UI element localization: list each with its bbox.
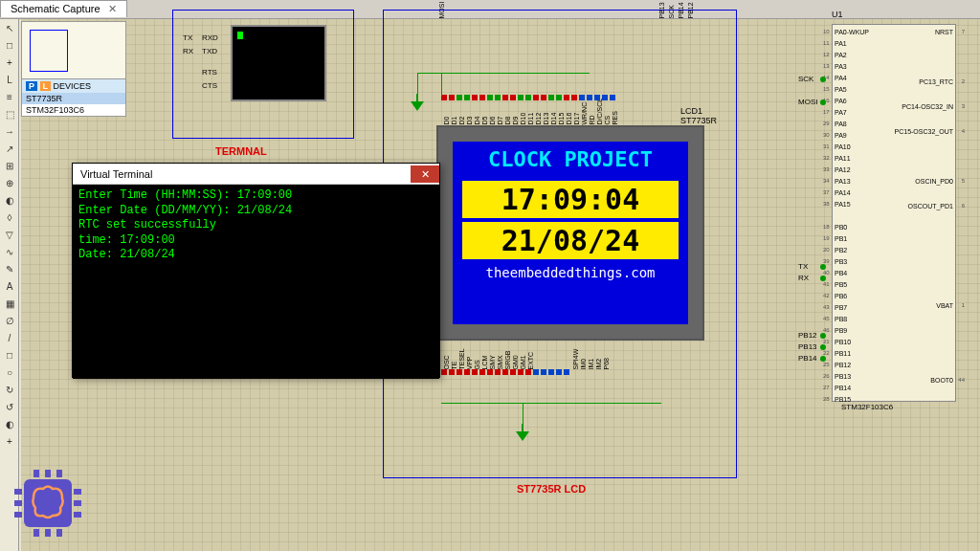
pin-label: LCM: [481, 356, 488, 370]
vt-body[interactable]: Enter Time (HH:MM:SS): 17:09:00 Enter Da…: [73, 185, 439, 379]
pin-label: TXD: [202, 47, 217, 55]
svg-rect-5: [74, 500, 81, 506]
ext-label: PB14: [678, 2, 684, 18]
mcu-pin: BOOT0: [930, 377, 953, 384]
pin-label: IM0: [580, 359, 587, 370]
devices-label: DEVICES: [54, 81, 92, 91]
pin-label: CTS: [202, 81, 217, 90]
mcu-pin: PA7: [835, 109, 847, 116]
tool-icon[interactable]: +: [2, 434, 17, 450]
svg-rect-9: [56, 470, 62, 477]
ext-pin: PB12: [798, 331, 817, 340]
mcu-ref: U1: [832, 10, 843, 19]
svg-rect-4: [74, 489, 81, 495]
lcd-date: 21/08/24: [462, 222, 679, 259]
tool-icon[interactable]: ↻: [2, 383, 17, 398]
mcu-block[interactable]: U1 PA0-WKUP10PA111PA212PA313PA414PA515PA…: [803, 10, 970, 421]
tool-icon[interactable]: ↺: [2, 400, 17, 415]
mcu-pin: PC15-OSC32_OUT: [895, 128, 953, 135]
tool-icon[interactable]: ◐: [2, 417, 17, 432]
virtual-terminal-window[interactable]: Virtual Terminal ✕ Enter Time (HH:MM:SS)…: [72, 163, 440, 378]
tool-icon[interactable]: ⊕: [2, 176, 17, 191]
pin-label: GM0: [512, 355, 519, 369]
tool-icon[interactable]: ▽: [2, 228, 17, 243]
tool-icon[interactable]: +: [2, 55, 17, 71]
pin-label: RTS: [202, 68, 217, 77]
mcu-pin: PB7: [835, 304, 847, 311]
svg-rect-8: [45, 470, 51, 477]
svg-rect-1: [14, 489, 22, 495]
tool-icon[interactable]: ◊: [2, 210, 17, 226]
pin-label: D13: [543, 113, 549, 125]
terminal-block[interactable]: TX RX RXD TXD RTS CTS: [172, 10, 354, 139]
device-item[interactable]: STM32F103C6: [22, 104, 125, 116]
tool-icon[interactable]: ○: [2, 365, 17, 381]
tool-icon[interactable]: □: [2, 348, 17, 364]
svg-rect-12: [56, 529, 62, 537]
pin-label: GM1: [520, 355, 526, 369]
pin-label: SMX: [497, 355, 503, 369]
tool-icon[interactable]: ↗: [2, 142, 17, 157]
ext-pin: TX: [798, 262, 808, 271]
tool-icon[interactable]: ✎: [2, 262, 17, 277]
tool-icon[interactable]: A: [2, 279, 17, 295]
tool-icon[interactable]: →: [2, 124, 17, 140]
mcu-pin: PB13: [835, 373, 851, 380]
pin-label: SMY: [489, 355, 496, 369]
devices-header: P L DEVICES: [22, 79, 125, 93]
lcd-screen: CLOCK PROJECT 17:09:04 21/08/24 theembed…: [453, 142, 688, 324]
pin-label: SPI4W: [572, 349, 579, 370]
mcu-pin: PB0: [835, 224, 847, 231]
tab-schematic[interactable]: Schematic Capture ✕: [0, 0, 127, 17]
ext-pin: SCK: [798, 75, 813, 83]
pin-label: OSC: [443, 355, 450, 369]
tool-icon[interactable]: L: [2, 73, 17, 88]
pin-label: D3: [466, 117, 473, 125]
mcu-pin: PA12: [835, 166, 851, 173]
ext-label: MOSI: [438, 2, 445, 19]
svg-rect-6: [74, 512, 81, 518]
pin-label: GS: [474, 360, 480, 369]
device-item[interactable]: ST7735R: [22, 93, 125, 104]
mcu-pin: PA2: [835, 52, 847, 58]
pin-label: D6: [489, 117, 496, 125]
mcu-pin: PB4: [835, 270, 847, 276]
tool-icon[interactable]: ∿: [2, 245, 17, 260]
tab-title: Schematic Capture: [11, 3, 100, 14]
pin-label: D17: [573, 113, 580, 125]
mcu-pin: PA0-WKUP: [835, 29, 869, 35]
tool-icon[interactable]: ∅: [2, 314, 17, 329]
overview-thumbnail[interactable]: [22, 22, 125, 79]
pin-label: WR/NC: [581, 102, 588, 125]
tool-icon[interactable]: ◐: [2, 193, 17, 209]
vt-title: Virtual Terminal: [80, 168, 152, 180]
lcd-ref: LCD1ST7735R: [680, 106, 717, 125]
ext-label: SCK: [668, 5, 675, 18]
pin-label: D15: [558, 113, 565, 125]
tool-icon[interactable]: □: [2, 38, 17, 54]
close-icon[interactable]: ✕: [411, 165, 439, 183]
terminal-label: TERMNAL: [215, 145, 267, 157]
tool-icon[interactable]: ▦: [2, 297, 17, 312]
vt-titlebar[interactable]: Virtual Terminal ✕: [73, 164, 439, 185]
mcu-pin: PA13: [835, 178, 851, 185]
mcu-pin: PA8: [835, 121, 847, 127]
tool-icon[interactable]: ≡: [2, 90, 17, 105]
tool-icon[interactable]: ↖: [2, 21, 17, 36]
mcu-pin: PB6: [835, 293, 847, 299]
tool-icon[interactable]: ⬚: [2, 107, 17, 122]
l-badge[interactable]: L: [40, 81, 52, 91]
pin-label: TE: [451, 362, 457, 370]
p-badge[interactable]: P: [26, 81, 37, 91]
tool-icon[interactable]: /: [2, 331, 17, 346]
pin-label: D11: [527, 113, 534, 125]
pin-label: RX: [183, 47, 193, 55]
svg-rect-7: [33, 470, 39, 477]
mcu-pin: PA5: [835, 86, 847, 93]
pin-label: RXD: [202, 33, 218, 42]
svg-rect-11: [45, 529, 51, 537]
tool-icon[interactable]: ⊞: [2, 159, 17, 174]
ext-pin: RX: [798, 274, 809, 282]
pin-label: D10: [520, 113, 526, 125]
tab-close-icon[interactable]: ✕: [108, 3, 117, 14]
